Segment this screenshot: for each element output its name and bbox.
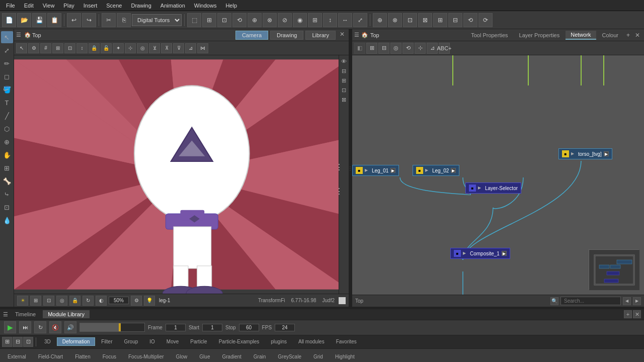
- tool10[interactable]: ↕: [323, 13, 337, 27]
- viewport-close-btn[interactable]: ✕: [338, 31, 347, 40]
- vp-tool6[interactable]: ↕: [76, 43, 88, 53]
- nt-btn6[interactable]: ⊹: [415, 43, 426, 54]
- undo-button[interactable]: ↩: [67, 13, 81, 27]
- crop-tool[interactable]: ⊡: [1, 201, 13, 213]
- eraser-tool[interactable]: ◻: [1, 70, 13, 82]
- layer-stack-icon[interactable]: ⊟: [340, 67, 348, 75]
- tool-properties-tab[interactable]: Tool Properties: [466, 31, 513, 39]
- network-canvas[interactable]: ■ ▶ torso_[tvg] ▶ ■ ▶ Leg_01 ▶ ■ ▶ Leg_0…: [352, 55, 644, 295]
- deform-tool[interactable]: ⤷: [1, 188, 13, 200]
- camera-view-icon[interactable]: 👁: [340, 57, 348, 65]
- module-item-highlight[interactable]: Highlight: [330, 352, 360, 361]
- camera-tool[interactable]: ⊞: [1, 162, 13, 174]
- cut-button[interactable]: ✂: [102, 13, 116, 27]
- torso-expand-btn[interactable]: ▶: [604, 151, 609, 156]
- menu-play[interactable]: Play: [59, 2, 78, 10]
- vp-tool14[interactable]: ⊽: [173, 43, 184, 53]
- frame-input[interactable]: 1: [166, 324, 186, 331]
- transform-tool[interactable]: ⤢: [1, 44, 13, 56]
- layer-selector-play-btn[interactable]: ▶: [478, 186, 483, 191]
- hand-tool[interactable]: ✋: [1, 149, 13, 161]
- module-tab-plugins[interactable]: plugins: [265, 337, 292, 346]
- loop-btn[interactable]: ↻: [34, 321, 46, 333]
- colour-tab[interactable]: Colour: [597, 31, 623, 39]
- camera-tab[interactable]: Camera: [235, 31, 268, 40]
- drawing-tab[interactable]: Drawing: [270, 31, 303, 40]
- vp-tool3[interactable]: #: [40, 43, 51, 53]
- tool1[interactable]: ⬚: [187, 13, 201, 27]
- module-tab-all[interactable]: All modules: [293, 337, 330, 346]
- vp-tool15[interactable]: ⊿: [185, 43, 196, 53]
- nav-left-btn[interactable]: ◀: [623, 297, 631, 305]
- next-frame-btn[interactable]: ⏭: [19, 321, 31, 333]
- vp-tool8[interactable]: 🔓: [101, 43, 112, 53]
- module-list-btn[interactable]: ⊞: [2, 337, 12, 347]
- module-tab-move[interactable]: Move: [161, 337, 184, 346]
- nt-btn1[interactable]: ◧: [354, 43, 365, 54]
- start-input[interactable]: 1: [202, 324, 222, 331]
- hamburger-icon[interactable]: ☰: [16, 32, 21, 38]
- right-panel-add-btn[interactable]: +: [624, 32, 632, 39]
- select-tool[interactable]: ↖: [1, 31, 13, 43]
- tool18[interactable]: ⊟: [448, 13, 462, 27]
- bone-tool[interactable]: 🦴: [1, 175, 13, 187]
- audio-btn[interactable]: 🔊: [64, 321, 76, 333]
- tool9[interactable]: ⊞: [308, 13, 322, 27]
- tool3[interactable]: ⊡: [217, 13, 231, 27]
- eyedrop-tool[interactable]: 💧: [1, 214, 13, 226]
- tool15[interactable]: ⊡: [403, 13, 417, 27]
- nt-btn7[interactable]: ⊿: [427, 43, 438, 54]
- sun-icon[interactable]: ☀: [17, 296, 28, 306]
- vp-tool13[interactable]: ⊼: [161, 43, 172, 53]
- paint-tool[interactable]: 🪣: [1, 83, 13, 96]
- text-tool[interactable]: T: [1, 97, 13, 109]
- search-icon[interactable]: 🔍: [550, 297, 558, 305]
- library-tab[interactable]: Library: [305, 31, 336, 40]
- menu-animation[interactable]: Animation: [156, 2, 189, 10]
- layer2-icon[interactable]: ⊡: [340, 86, 348, 94]
- module-item-greyscale[interactable]: GreyScale: [272, 352, 307, 361]
- tool2[interactable]: ⊞: [202, 13, 216, 27]
- copy-button[interactable]: ⎘: [117, 13, 131, 27]
- torso-node[interactable]: ■ ▶ torso_[tvg] ▶: [558, 148, 612, 159]
- module-item-glow[interactable]: Glow: [171, 352, 193, 361]
- leg01-expand-btn[interactable]: ▶: [390, 168, 395, 173]
- torso-play-btn[interactable]: ▶: [571, 151, 576, 156]
- module-tab-group[interactable]: Group: [119, 337, 144, 346]
- horizontal-splitter2[interactable]: ⋮: [335, 187, 343, 196]
- network-search-input[interactable]: [560, 297, 621, 305]
- workspace-dropdown[interactable]: Digital Tutors: [132, 14, 182, 26]
- stop-input[interactable]: 60: [239, 324, 259, 331]
- play-button[interactable]: ▶: [4, 321, 16, 333]
- module-tab-particle[interactable]: Particle: [185, 337, 212, 346]
- menu-insert[interactable]: Insert: [79, 2, 102, 10]
- tool14[interactable]: ⊗: [388, 13, 402, 27]
- tool6[interactable]: ⊗: [263, 13, 277, 27]
- line-tool[interactable]: ╱: [1, 110, 13, 122]
- frame-scrubber-handle[interactable]: [119, 323, 121, 331]
- vp-tool2[interactable]: ⚙: [28, 43, 39, 53]
- layer-selector-node[interactable]: ■ ▶ Layer-Selector: [465, 183, 521, 194]
- tool8[interactable]: ◉: [293, 13, 307, 27]
- save-as-button[interactable]: 📋: [47, 13, 61, 27]
- settings-icon[interactable]: ⚙: [131, 296, 142, 306]
- zoom-tool[interactable]: ⊕: [1, 136, 13, 148]
- tool11[interactable]: ↔: [338, 13, 352, 27]
- vp-tool1[interactable]: ↖: [16, 43, 27, 53]
- tool5[interactable]: ⊕: [248, 13, 262, 27]
- onion-toggle[interactable]: ◐: [96, 296, 107, 306]
- menu-edit[interactable]: Edit: [20, 2, 38, 10]
- bbox-toggle[interactable]: ⊡: [43, 296, 54, 306]
- layer-properties-tab[interactable]: Layer Properties: [514, 31, 565, 39]
- menu-drawing[interactable]: Drawing: [127, 2, 155, 10]
- menu-file[interactable]: File: [2, 2, 19, 10]
- network-tab[interactable]: Network: [566, 31, 596, 40]
- mute-btn[interactable]: 🔇: [49, 321, 61, 333]
- module-item-focus[interactable]: Focus: [97, 352, 122, 361]
- module-tab-io[interactable]: IO: [144, 337, 160, 346]
- module-tab-favorites[interactable]: Favorites: [331, 337, 362, 346]
- module-library-tab[interactable]: Module Library: [43, 310, 90, 318]
- tl-add-btn[interactable]: +: [624, 310, 632, 318]
- module-tab-deformation[interactable]: Deformation: [57, 337, 95, 346]
- leg01-node[interactable]: ■ ▶ Leg_01 ▶: [352, 165, 399, 176]
